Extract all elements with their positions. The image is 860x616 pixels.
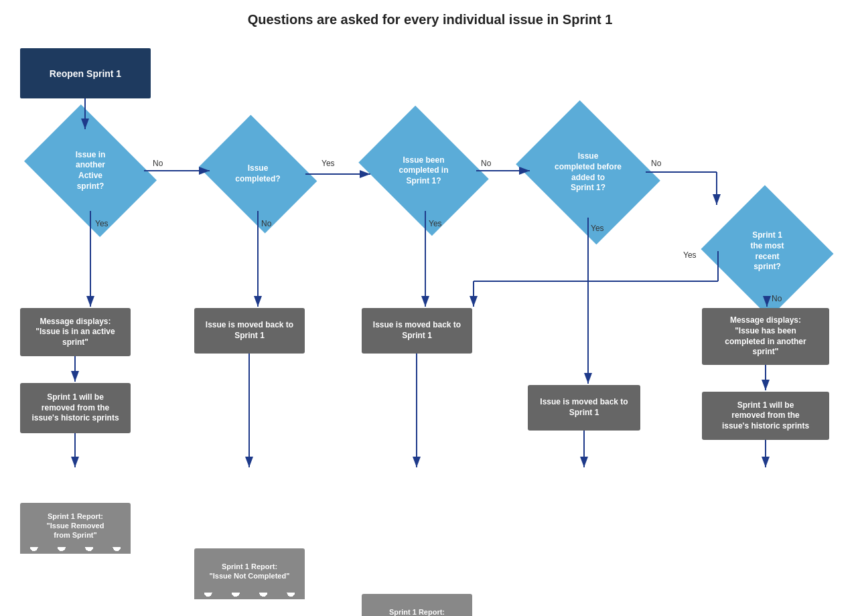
diamond-issue-completed: Issuecompleted?	[211, 137, 305, 211]
action-move-back-3: Issue is moved back toSprint 1	[528, 385, 640, 431]
action-move-back-2: Issue is moved back toSprint 1	[362, 308, 472, 354]
report-issue-not-completed: Sprint 1 Report:"Issue Not Completed"	[194, 548, 305, 594]
diamond-completed-before: Issuecompleted beforeadded toSprint 1?	[531, 127, 645, 218]
label-no-d3: No	[481, 159, 492, 168]
action-remove-historic-1: Sprint 1 will beremoved from theissue's …	[20, 383, 131, 433]
label-yes-d5: Yes	[683, 250, 697, 260]
page-title: Questions are asked for every individual…	[0, 0, 860, 34]
label-no-d1: No	[153, 159, 163, 168]
diamond-active-sprint: Issue inanotherActivesprint?	[37, 131, 144, 211]
diagram-container: Questions are asked for every individual…	[0, 0, 860, 616]
action-remove-historic-2: Sprint 1 will beremoved from theissue's …	[702, 392, 829, 440]
report-completed-issues: Sprint 1 Report:"Completed Issues"	[362, 594, 472, 616]
action-active-sprint-message: Message displays:"Issue is in an actives…	[20, 308, 131, 356]
diamond-completed-sprint1: Issue beencompleted inSprint 1?	[372, 131, 476, 211]
start-box: Reopen Sprint 1	[20, 48, 151, 98]
diamond-most-recent: Sprint 1the mostrecentsprint?	[719, 206, 816, 297]
label-yes-d2: Yes	[321, 159, 335, 168]
action-completed-another-sprint: Message displays:"Issue has beencomplete…	[702, 308, 829, 365]
label-no-d4: No	[651, 159, 662, 168]
action-move-back-1: Issue is moved back toSprint 1	[194, 308, 305, 354]
report-issue-removed-1: Sprint 1 Report:"Issue Removedfrom Sprin…	[20, 503, 131, 548]
